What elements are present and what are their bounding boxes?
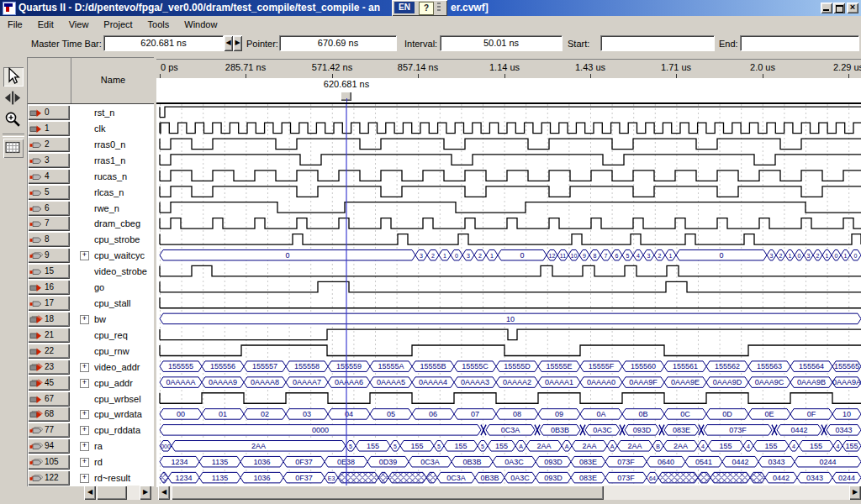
signal-index-button[interactable]: 68 [28,407,70,422]
signal-row-rd~result[interactable]: 122+rd~result [28,470,155,486]
signal-name[interactable]: cpu_req [94,330,128,340]
start-field[interactable] [600,35,715,51]
zoom-tool-button[interactable] [3,111,24,130]
signal-name[interactable]: rlcas_n [94,187,124,197]
signal-index-button[interactable]: 7 [28,216,70,231]
signal-name[interactable]: rras1_n [94,155,125,165]
signal-index-button[interactable]: 15 [28,264,70,279]
signal-row-dram_cbeg[interactable]: 7dram_cbeg [28,216,155,232]
signal-row-rras1_n[interactable]: 3rras1_n [28,153,155,169]
signal-row-rd[interactable]: 105+rd [28,454,155,470]
signal-name[interactable]: bw [94,314,106,324]
signal-row-cpu_addr[interactable]: 45+cpu_addr [28,375,155,391]
signal-index-button[interactable]: 9 [28,248,70,263]
language-indicator-badge[interactable]: EN [394,2,415,13]
signal-index-button[interactable]: 77 [28,423,70,438]
signal-row-ra[interactable]: 94+ra [28,438,155,454]
scroll-right-icon[interactable]: ▶ [140,486,151,500]
signal-row-rst_n[interactable]: 0rst_n [28,105,155,121]
signal-index-button[interactable]: 0 [28,105,70,120]
signal-name[interactable]: clk [94,123,105,134]
signal-name[interactable]: rst_n [94,108,114,118]
waveform-editing-tool-button[interactable] [3,89,24,108]
signal-index-button[interactable]: 5 [28,185,70,200]
signal-row-cpu_waitcyc[interactable]: 9+cpu_waitcyc [28,248,155,264]
signal-row-cpu_rddata[interactable]: 77+cpu_rddata [28,423,155,438]
menu-project[interactable]: Project [96,18,140,31]
signal-index-button[interactable]: 16 [28,280,70,295]
waveform-hscrollbar[interactable]: ◀ ▶ [158,486,861,500]
time-spin-right-icon[interactable]: ▶ [233,35,242,51]
signal-index-button[interactable]: 6 [28,201,70,216]
signal-row-cpu_stall[interactable]: 17cpu_stall [28,296,155,312]
signal-name[interactable]: dram_cbeg [94,218,140,228]
signal-row-go[interactable]: 16go [28,280,155,296]
signal-name[interactable]: rd [94,457,103,467]
close-button[interactable]: × [847,3,858,13]
signal-index-button[interactable]: 122 [28,470,70,486]
time-ruler[interactable]: 0 ps285.71 ns571.42 ns857.14 ns1.14 us1.… [156,59,861,79]
expand-group-icon[interactable]: + [80,458,89,467]
signal-name[interactable]: rwe_n [94,203,119,213]
signal-row-video_strobe[interactable]: 15video_strobe [28,264,155,280]
signal-index-button[interactable]: 22 [28,344,70,359]
drag-handle-icon[interactable] [437,3,441,13]
signal-row-rwe_n[interactable]: 6rwe_n [28,201,155,217]
signal-name[interactable]: cpu_wrdata [94,409,142,419]
signal-index-button[interactable]: 2 [28,137,70,152]
signal-row-rlcas_n[interactable]: 5rlcas_n [28,185,155,201]
menu-view[interactable]: View [61,18,97,31]
signal-row-video_addr[interactable]: 23+video_addr [28,360,155,375]
signal-name[interactable]: cpu_strobe [94,234,140,244]
expand-group-icon[interactable]: + [80,363,89,372]
menu-file[interactable]: File [0,18,30,31]
menu-edit[interactable]: Edit [30,18,61,31]
signal-index-button[interactable]: 94 [28,438,70,454]
name-panel-scroll-thumb[interactable] [97,486,127,500]
signal-name[interactable]: rras0_n [94,139,125,150]
help-icon[interactable]: ? [419,2,434,15]
scroll-left-icon[interactable]: ◀ [84,486,96,500]
signal-name[interactable]: video_strobe [94,266,147,276]
signal-row-bw[interactable]: 18+bw [28,312,155,328]
signal-row-cpu_wrdata[interactable]: 68+cpu_wrdata [28,407,155,423]
signal-index-button[interactable]: 17 [28,296,70,311]
expand-group-icon[interactable]: + [80,410,89,419]
master-time-bar-field[interactable]: 620.681 ns [103,35,224,51]
waveform-scroll-thumb[interactable] [172,486,604,500]
signal-index-button[interactable]: 67 [28,391,70,407]
expand-group-icon[interactable]: + [80,379,89,388]
signal-index-button[interactable]: 3 [28,153,70,168]
menu-tools[interactable]: Tools [140,18,177,31]
menu-window[interactable]: Window [177,18,224,31]
scroll-left-icon[interactable]: ◀ [158,486,170,500]
signal-row-cpu_wrbsel[interactable]: 67cpu_wrbsel [28,391,155,407]
signal-name[interactable]: cpu_addr [94,378,133,388]
signal-name[interactable]: cpu_rddata [94,425,140,435]
waveform-canvas[interactable]: 0321032101211109876543210321032101010155… [156,102,861,487]
signal-name[interactable]: video_addr [94,362,140,372]
signal-name[interactable]: rd~result [94,473,130,483]
master-time-bar-band[interactable]: 620.681 ns [156,78,861,102]
signal-index-button[interactable]: 21 [28,328,70,343]
selection-tool-button[interactable] [3,67,24,87]
signal-name[interactable]: cpu_wrbsel [94,394,141,404]
signal-index-button[interactable]: 8 [28,232,70,247]
signal-row-rucas_n[interactable]: 4rucas_n [28,169,155,185]
expand-group-icon[interactable]: + [80,474,89,483]
restore-button[interactable] [833,3,845,13]
signal-index-button[interactable]: 4 [28,169,70,184]
signal-row-cpu_strobe[interactable]: 8cpu_strobe [28,232,155,248]
signal-row-cpu_rnw[interactable]: 22cpu_rnw [28,344,155,360]
signal-name[interactable]: ra [94,441,103,451]
end-field[interactable] [740,35,859,51]
signal-index-button[interactable]: 105 [28,454,70,470]
title-bar[interactable]: Quartus II - D:/d/pentevo/fpga/_ver0.00/… [0,0,861,16]
expand-group-icon[interactable]: + [80,251,89,260]
signal-name[interactable]: cpu_stall [94,298,130,308]
minimize-button[interactable] [821,3,832,13]
signal-name[interactable]: cpu_waitcyc [94,250,145,260]
expand-group-icon[interactable]: + [80,442,89,451]
expand-group-icon[interactable]: + [80,315,89,324]
signal-row-clk[interactable]: 1clk [28,121,155,137]
